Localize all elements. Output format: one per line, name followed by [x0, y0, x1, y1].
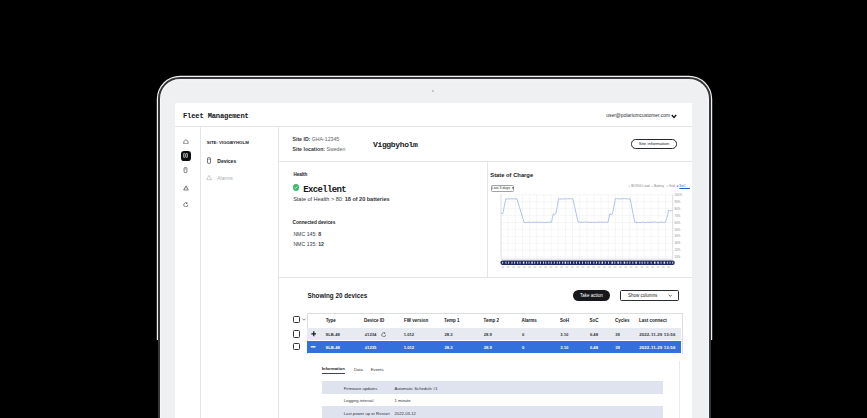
svg-text:20%: 20% [675, 249, 681, 253]
svg-text:100%: 100% [675, 193, 683, 197]
svg-text:30%: 30% [675, 242, 681, 246]
svg-text:90%: 90% [675, 200, 681, 204]
svg-text:60%: 60% [675, 221, 681, 225]
svg-text:80%: 80% [675, 207, 681, 211]
svg-text:10%: 10% [675, 256, 681, 260]
svg-text:70%: 70% [675, 214, 681, 218]
svg-text:50%: 50% [675, 228, 681, 232]
svg-text:40%: 40% [675, 235, 681, 239]
